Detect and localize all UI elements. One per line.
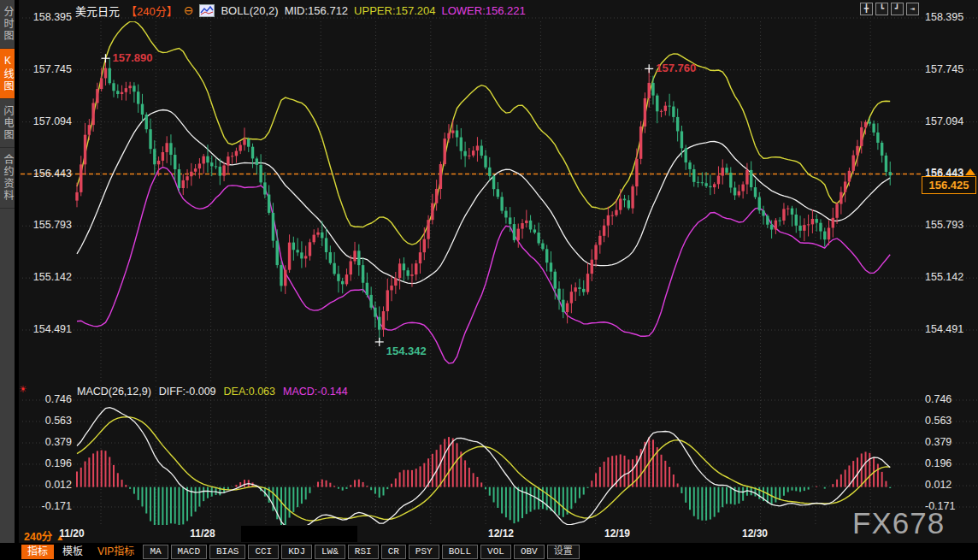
period-arrow-icon: ▲ [56,533,64,542]
toolbar-tab[interactable]: OBV [514,545,545,559]
macd-axis-label-right: 0.196 [925,457,976,470]
line-chart-icon[interactable] [199,4,215,17]
toolbar-tab[interactable]: MACD [171,545,207,559]
macd-axis-label-right: 0.012 [925,479,976,492]
toolbar-tab[interactable]: 指标 [21,545,54,559]
move-icon[interactable]: ╋ [860,3,873,15]
price-annotation: 154.342 [386,345,427,357]
symbol-title: 美元日元 [75,3,120,19]
macd-axis-label-right: 0.379 [925,436,976,449]
macd-axis-label-right: 0.563 [925,415,976,427]
window-icons: ╋┗┛⇥ [860,3,919,15]
macd-formula: MACD(26,12,9) [77,386,151,398]
trading-app-window: 157.890154.342157.760 分时图K线图闪电图合约资料 美元日元… [0,0,978,560]
indicator-toolbar: 指标模板VIP指标MAMACDBIASCCIKDJLW&RSICRPSYBOLL… [0,543,978,560]
y-axis-label-left: 158.395 [21,11,72,24]
live-indicator-icon: ☀ [19,384,27,395]
chart-header: 美元日元 【240分】 ⊖ BOLL(20,2) MID:156.712 UPP… [75,3,526,18]
toolbar-tab[interactable]: 设置 [547,545,580,559]
chart-canvas[interactable]: 157.890154.342157.760 [0,0,978,560]
toolbar-tab[interactable]: PSY [409,545,439,559]
axis-right-icon[interactable]: ┛ [891,3,904,15]
toolbar-tab[interactable]: VOL [480,545,511,559]
y-axis-label-right: 157.094 [925,115,976,128]
boll-label: BOLL(20,2) [221,4,278,17]
axis-left-icon[interactable]: ┗ [875,3,888,15]
macd-axis-label-left: 0.196 [21,457,72,470]
exit-panel-icon[interactable]: ⇥ [906,3,919,15]
toolbar-tab[interactable]: VIP指标 [91,545,140,559]
toolbar-tab[interactable]: MA [143,545,168,559]
toolbar-tab[interactable]: RSI [348,545,379,559]
toolbar-tab[interactable]: KDJ [281,545,312,559]
toolbar-tab[interactable]: CR [381,545,406,559]
x-axis-label: 12/19 [604,528,630,539]
macd-hist-value: MACD:-0.144 [283,386,348,398]
y-axis-label-left: 155.793 [21,219,72,232]
zoom-out-icon[interactable]: ⊖ [184,3,194,17]
period-selector[interactable]: 240分▲ [24,528,64,544]
macd-diff-value: DIFF:-0.009 [159,386,216,398]
y-axis-label-left: 157.094 [21,115,72,128]
boll-upper-value: UPPER:157.204 [354,4,435,17]
y-axis-label-right: 155.142 [925,271,976,284]
toolbar-tab[interactable]: CCI [248,545,279,559]
boll-lower-value: LOWER:156.221 [442,4,526,17]
macd-dea-value: DEA:0.063 [224,386,275,398]
blackout-box [241,526,357,542]
x-axis-label: 11/28 [190,528,215,539]
x-axis-label: 12/30 [742,528,768,539]
y-axis-label-left: 156.443 [21,168,72,180]
macd-axis-label-left: 0.563 [21,415,72,427]
period-text: 240分 [24,531,52,543]
macd-axis-label-left: 0.379 [21,436,72,449]
toolbar-tab[interactable]: BOLL [442,545,478,559]
macd-axis-label-left: 0.746 [21,393,72,406]
x-axis-label: 12/12 [488,528,514,539]
watermark: FX678 [852,506,945,540]
macd-header: MACD(26,12,9) DIFF:-0.009 DEA:0.063 MACD… [77,386,348,398]
price-annotation: 157.890 [112,51,152,64]
y-axis-label-right: 154.491 [925,323,976,336]
y-axis-label-right: 157.745 [925,63,976,76]
toolbar-tab[interactable]: 模板 [56,545,89,559]
boll-mid-value: MID:156.712 [285,4,348,17]
y-axis-label-left: 154.491 [21,323,72,336]
y-axis-label-right: 155.793 [925,219,976,232]
toolbar-tab[interactable]: LW& [315,545,345,559]
price-annotation: 157.760 [656,62,696,74]
y-axis-label-right: 158.395 [925,11,976,24]
toolbar-tab[interactable]: BIAS [209,545,245,559]
macd-axis-label-left: 0.012 [21,479,72,492]
period-badge: 【240分】 [126,3,178,19]
macd-axis-label-right: 0.746 [925,393,976,406]
current-price-box: 156.425 [922,176,976,194]
y-axis-label-left: 157.745 [21,63,72,76]
y-axis-label-left: 155.142 [21,271,72,284]
macd-axis-label-left: -0.171 [21,500,72,513]
